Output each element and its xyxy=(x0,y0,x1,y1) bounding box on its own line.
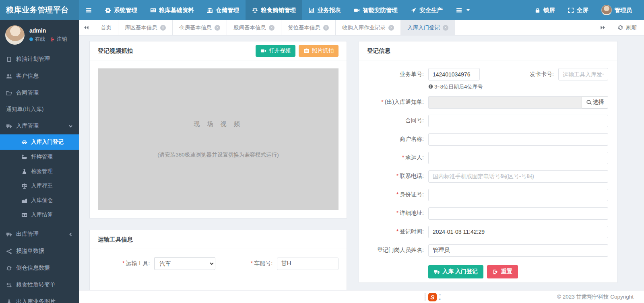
sidebar-item-outbound[interactable]: 出库管理 xyxy=(0,226,79,243)
refresh-button[interactable]: 刷新 xyxy=(610,20,644,35)
sidebar-item-business-photos[interactable]: 出入库业务图片 xyxy=(0,293,79,303)
sidebar-item-grain-plan[interactable]: 粮油计划管理 xyxy=(0,51,79,68)
nav-item-grain-trade[interactable]: 粮食购销管理 xyxy=(246,0,302,20)
open-video-button[interactable]: 打开视频 xyxy=(256,45,295,57)
sidebar-item-label: 入库管理 xyxy=(16,122,39,130)
card-no-input[interactable] xyxy=(558,68,608,80)
nav-item-label: 仓储管理 xyxy=(216,6,239,14)
submit-label: 入库 入门登记 xyxy=(442,268,478,275)
notice-input xyxy=(428,96,582,109)
info-circle-icon xyxy=(428,84,433,89)
nav-item-security[interactable]: 智能安防管理 xyxy=(347,0,404,20)
sidebar-item-label: 入库入门登记 xyxy=(31,138,64,146)
tab-label: 首页 xyxy=(101,24,111,31)
sidebar-item-entry-register[interactable]: 入库入门登记 xyxy=(0,134,79,150)
truck-icon xyxy=(434,269,440,275)
plate-number-label: *车船号: xyxy=(215,260,277,267)
register-info-panel: 登记信息 业务单号: 发卡卡号: xyxy=(359,41,617,283)
video-camera-icon xyxy=(260,48,266,54)
lock-screen-button[interactable]: 锁屏 xyxy=(528,0,561,20)
nav-item-label: 粮食购销管理 xyxy=(261,6,296,14)
balance-scale-icon xyxy=(252,7,258,13)
sidebar-item-contracts[interactable]: 合同管理 xyxy=(0,85,79,101)
close-icon[interactable]: × xyxy=(215,25,220,31)
sidebar-item-storing[interactable]: 入库值仓 xyxy=(0,193,79,208)
nav-item-safety[interactable]: 安全生产 xyxy=(404,0,449,20)
sidebar-item-weighing[interactable]: 入库秤重 xyxy=(0,179,79,193)
sidebar-item-settlement[interactable]: 入库结算 xyxy=(0,208,79,222)
flask-icon xyxy=(6,299,12,303)
merchant-input[interactable] xyxy=(428,133,608,146)
logout-button[interactable]: 注销 xyxy=(50,36,67,43)
sidebar-item-gain-loss[interactable]: 损溢单数据 xyxy=(0,243,79,260)
address-input[interactable] xyxy=(428,207,608,220)
sign-out-icon xyxy=(493,269,499,275)
close-icon[interactable]: × xyxy=(443,25,448,31)
ime-logo-icon: S xyxy=(428,293,437,301)
sidebar-item-inbound[interactable]: 入库管理 xyxy=(0,117,79,134)
tab-home[interactable]: 首页 xyxy=(94,20,118,35)
tab-entry-register[interactable]: 入库入门登记 × xyxy=(401,20,455,35)
gear-icon xyxy=(105,7,111,13)
close-icon[interactable]: × xyxy=(388,25,394,31)
nav-item-system[interactable]: 系统管理 xyxy=(99,0,144,20)
tab-granary-info[interactable]: 廒间基本信息 × xyxy=(227,20,281,35)
sidebar-item-notices[interactable]: 通知单(出入库) xyxy=(0,101,79,117)
logout-label: 注销 xyxy=(57,36,67,43)
sidebar-item-label: 客户信息 xyxy=(16,72,39,80)
notice-select-button[interactable]: 选择 xyxy=(582,96,608,109)
tab-location-info[interactable]: 货位基本信息 × xyxy=(281,20,336,35)
phone-input[interactable] xyxy=(428,170,608,183)
carrier-input[interactable] xyxy=(428,152,608,164)
sidebar-item-customers[interactable]: 客户信息 xyxy=(0,68,79,85)
sidebar-item-label: 损溢单数据 xyxy=(16,247,44,255)
fullscreen-button[interactable]: 全屏 xyxy=(561,0,595,20)
video-capture-panel: 登记视频抓拍 打开视频 照片抓拍 xyxy=(89,41,347,218)
close-icon[interactable]: × xyxy=(160,25,166,31)
photo-snapshot-button[interactable]: 照片抓拍 xyxy=(299,45,339,57)
user-menu[interactable]: 管理员 xyxy=(595,0,639,20)
nav-item-base-data[interactable]: 粮库基础资料 xyxy=(144,0,200,20)
ime-grip-icon xyxy=(424,293,426,301)
close-icon[interactable]: × xyxy=(269,25,275,31)
tabs-scroll-left-button[interactable] xyxy=(79,20,94,35)
truck-icon xyxy=(6,123,12,129)
nav-item-warehouse[interactable]: 仓储管理 xyxy=(200,0,246,20)
plate-number-input[interactable] xyxy=(277,258,339,270)
refresh-icon xyxy=(6,265,12,271)
user-name: 管理员 xyxy=(615,6,632,14)
nav-item-reports[interactable]: 业务报表 xyxy=(302,0,347,20)
panel-title: 运输工具信息 xyxy=(98,236,133,243)
sidebar-item-label: 检验管理 xyxy=(31,168,53,175)
idcard-input[interactable] xyxy=(428,189,608,201)
close-icon[interactable]: × xyxy=(323,25,329,31)
tab-label: 货位基本信息 xyxy=(288,24,320,31)
biz-no-label: 业务单号: xyxy=(359,71,428,78)
vehicle-type-select[interactable]: 汽车 xyxy=(154,257,215,270)
sidebar-item-sampling[interactable]: 扦样管理 xyxy=(0,150,79,164)
ime-indicator[interactable]: S ▫▪ xyxy=(424,293,441,301)
reset-button[interactable]: 重置 xyxy=(487,265,518,278)
tab-purchase-records[interactable]: 收购入库作业记录 × xyxy=(336,20,401,35)
nav-more-dropdown[interactable] xyxy=(449,0,476,20)
tabs-scroll-right-button[interactable] xyxy=(595,20,610,35)
location-arrow-icon xyxy=(411,7,417,13)
refresh-label: 刷新 xyxy=(626,24,637,31)
contract-input[interactable] xyxy=(428,115,608,127)
sidebar-item-silo-transfer[interactable]: 倒仓信息数据 xyxy=(0,260,79,276)
tab-bar: 首页 库区基本信息 × 仓房基本信息 × 廒间基本信息 × 货位基本信息 × xyxy=(79,20,644,35)
biz-no-input[interactable] xyxy=(428,68,480,80)
sidebar-toggle-button[interactable] xyxy=(79,0,99,20)
tab-depot-info[interactable]: 库区基本信息 × xyxy=(118,20,173,35)
gatekeeper-input[interactable] xyxy=(428,244,608,257)
sidebar-item-inspection[interactable]: 检验管理 xyxy=(0,164,79,179)
reset-label: 重置 xyxy=(501,268,512,275)
submit-entry-register-button[interactable]: 入库 入门登记 xyxy=(428,265,483,278)
bath-icon xyxy=(21,154,27,160)
sidebar-item-grain-nature-change[interactable]: 粮食性质转变单 xyxy=(0,276,79,293)
tab-warehouse-info[interactable]: 仓房基本信息 × xyxy=(173,20,227,35)
flask-icon xyxy=(21,169,27,175)
tab-label: 入库入门登记 xyxy=(407,24,440,31)
register-time-input[interactable] xyxy=(428,226,608,238)
bank-icon xyxy=(207,7,213,13)
